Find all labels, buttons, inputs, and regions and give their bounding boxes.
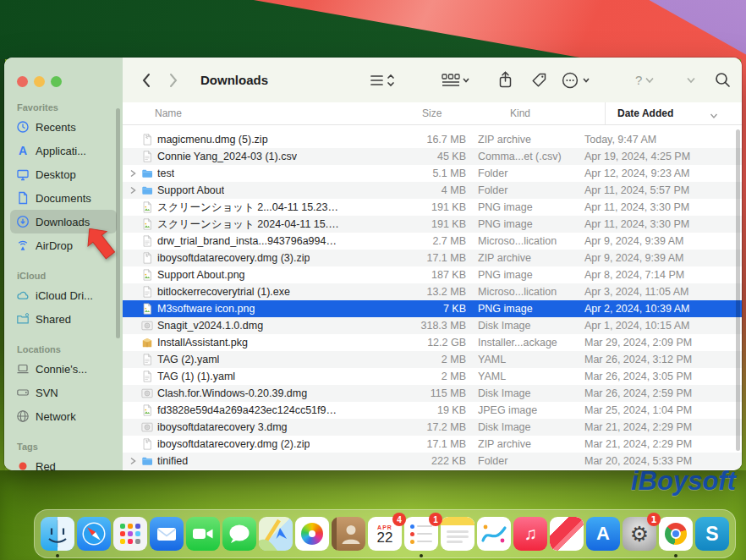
forward-button[interactable] xyxy=(169,58,178,102)
dock-item-maps[interactable] xyxy=(259,517,293,551)
more-actions-button[interactable] xyxy=(561,58,591,102)
dock-item-contacts[interactable] xyxy=(332,517,365,551)
dock-item-notes[interactable] xyxy=(441,517,474,551)
file-size: 13.2 MB xyxy=(341,286,466,298)
chevron-down-icon[interactable] xyxy=(686,58,696,102)
disclosure-chevron-icon[interactable] xyxy=(129,186,137,195)
file-name-cell: InstallAssistant.pkg xyxy=(123,337,341,349)
minimize-button[interactable] xyxy=(34,76,45,87)
image-file-icon xyxy=(141,201,153,213)
table-row[interactable]: iboysoftdatarecovery 3.dmg17.2 MBDisk Im… xyxy=(123,419,742,436)
file-date-added: Apr 19, 2024, 4:25 PM xyxy=(573,151,742,162)
table-row[interactable]: Support About.png187 KBPNG imageApr 8, 2… xyxy=(123,266,742,283)
view-list-button[interactable] xyxy=(370,58,397,102)
table-row[interactable]: iboysoftdatarecovery.dmg (3).zip17.1 MBZ… xyxy=(123,250,742,266)
table-row[interactable]: bitlockerrecoverytrial (1).exe13.2 MBMic… xyxy=(123,283,742,300)
share-icon[interactable] xyxy=(498,58,513,102)
table-row[interactable]: スクリーンショット 2...04-11 15.23.32 (1).png191 … xyxy=(123,199,742,216)
sidebar-scrollbar[interactable] xyxy=(116,108,120,338)
sidebar-item-label: SVN xyxy=(36,387,58,399)
column-header-name[interactable]: Name xyxy=(123,107,373,119)
disclosure-chevron-icon[interactable] xyxy=(129,169,137,178)
sidebar-item-desktop[interactable]: Desktop xyxy=(10,162,117,186)
file-kind: Disk Image xyxy=(466,320,573,332)
sidebar-item-documents[interactable]: Documents xyxy=(10,186,117,210)
dock-item-settings[interactable]: ⚙1 xyxy=(623,517,656,551)
sidebar-item-shared[interactable]: Shared xyxy=(10,307,117,331)
sidebar-item-label: AirDrop xyxy=(36,239,73,252)
table-row[interactable]: TAG (1) (1).yaml2 MBYAMLMar 26, 2024, 3:… xyxy=(123,368,742,385)
column-header-date-added[interactable]: Date Added xyxy=(605,102,742,124)
file-size: 191 KB xyxy=(341,218,466,230)
search-icon[interactable] xyxy=(715,58,731,102)
table-row[interactable]: magicmenu.dmg (5).zip16.7 MBZIP archiveT… xyxy=(123,131,742,148)
table-row[interactable]: Clash.for.Windows-0.20.39.dmg115 MBDisk … xyxy=(123,385,742,402)
table-row[interactable]: Support About4 MBFolderApr 11, 2024, 5:5… xyxy=(123,182,742,199)
table-row[interactable]: iboysoftdatarecovery.dmg (2).zip17.1 MBZ… xyxy=(123,436,742,453)
file-size: 2 MB xyxy=(341,354,466,365)
column-header-size[interactable]: Size xyxy=(373,107,498,119)
sort-direction-icon[interactable] xyxy=(710,110,718,122)
list-scrollbar[interactable] xyxy=(736,129,740,451)
zoom-button[interactable] xyxy=(51,76,62,87)
sidebar-item-applicati[interactable]: AApplicati... xyxy=(10,139,117,162)
disclosure-chevron-icon[interactable] xyxy=(129,457,137,465)
dock-item-finder[interactable] xyxy=(41,517,74,551)
dock-item-music[interactable]: ♫ xyxy=(513,517,547,551)
dock-item-messages[interactable] xyxy=(222,517,256,551)
running-indicator-dot xyxy=(56,554,59,557)
file-kind: Folder xyxy=(466,167,573,179)
dock-item-calendar[interactable]: APR224 xyxy=(368,517,402,551)
sidebar-item-red[interactable]: Red xyxy=(10,454,117,470)
red-tag-icon xyxy=(16,459,30,470)
sidebar-item-recents[interactable]: Recents xyxy=(10,115,117,139)
file-size: 2 MB xyxy=(341,371,466,382)
dock-item-facetime[interactable] xyxy=(186,517,220,551)
table-row[interactable]: TAG (2).yaml2 MBYAMLMar 26, 2024, 3:12 P… xyxy=(123,351,742,368)
file-name: magicmenu.dmg (5).zip xyxy=(157,134,268,145)
column-header-kind[interactable]: Kind xyxy=(498,107,605,119)
dock-item-news[interactable] xyxy=(550,517,584,551)
sidebar-item-label: Red xyxy=(36,460,56,471)
sidebar-item-label: Applicati... xyxy=(36,145,86,157)
file-name-cell: iboysoftdatarecovery 3.dmg xyxy=(123,421,341,433)
tag-icon[interactable] xyxy=(531,58,547,102)
group-button[interactable] xyxy=(442,58,470,102)
dock-item-snagit[interactable]: S xyxy=(695,517,729,551)
file-name: drw_trial_brand_insta...943796a9941287.e… xyxy=(157,235,341,247)
file-name: InstallAssistant.pkg xyxy=(157,337,248,349)
dock-item-appstore[interactable]: A xyxy=(586,517,620,551)
file-date-added: Mar 26, 2024, 3:05 PM xyxy=(573,371,742,382)
table-row[interactable]: Snagit_v2024.1.0.dmg318.3 MBDisk ImageAp… xyxy=(123,317,742,334)
document-icon xyxy=(16,191,30,205)
download-circle-icon xyxy=(16,215,30,228)
file-kind: Folder xyxy=(466,455,573,467)
table-row[interactable]: InstallAssistant.pkg12.2 GBInstaller...a… xyxy=(123,334,742,351)
dock-item-safari[interactable] xyxy=(77,517,111,551)
help-button[interactable]: ? xyxy=(635,58,655,102)
laptop-icon xyxy=(16,362,30,376)
table-row[interactable]: tinified222 KBFolderMar 20, 2024, 5:33 P… xyxy=(123,453,742,469)
annotation-arrow xyxy=(77,228,129,289)
file-list: NameSizeKindDate Added magicmenu.dmg (5)… xyxy=(123,102,742,470)
window-title: Downloads xyxy=(200,58,268,102)
sidebar-item-network[interactable]: Network xyxy=(10,404,117,428)
table-row[interactable]: fd3828e59d4a269a423ec124cc51f945.jpg19 K… xyxy=(123,402,742,419)
table-row[interactable]: M3software icon.png7 KBPNG imageApr 2, 2… xyxy=(123,300,742,317)
file-kind: PNG image xyxy=(466,269,573,281)
dock-item-freeform[interactable] xyxy=(477,517,511,551)
back-button[interactable] xyxy=(141,58,151,102)
dock-item-mail[interactable] xyxy=(150,517,184,551)
sidebar-item-svn[interactable]: SVN xyxy=(10,381,117,404)
close-button[interactable] xyxy=(17,76,28,87)
table-row[interactable]: drw_trial_brand_insta...943796a9941287.e… xyxy=(123,233,742,250)
file-size: 222 KB xyxy=(341,455,466,467)
dock-item-photos[interactable] xyxy=(295,517,329,551)
dock-item-chrome[interactable] xyxy=(659,517,693,551)
dock-item-launchpad[interactable] xyxy=(113,517,147,551)
table-row[interactable]: スクリーンショット 2024-04-11 15.23.32.png191 KBP… xyxy=(123,216,742,233)
table-row[interactable]: test5.1 MBFolderApr 12, 2024, 9:23 AM xyxy=(123,165,742,182)
dock-item-reminders[interactable]: 1 xyxy=(404,517,438,551)
table-row[interactable]: Connie Yang_2024-03 (1).csv45 KBComma...… xyxy=(123,148,742,165)
sidebar-item-connie-s[interactable]: Connie's... xyxy=(10,357,117,381)
